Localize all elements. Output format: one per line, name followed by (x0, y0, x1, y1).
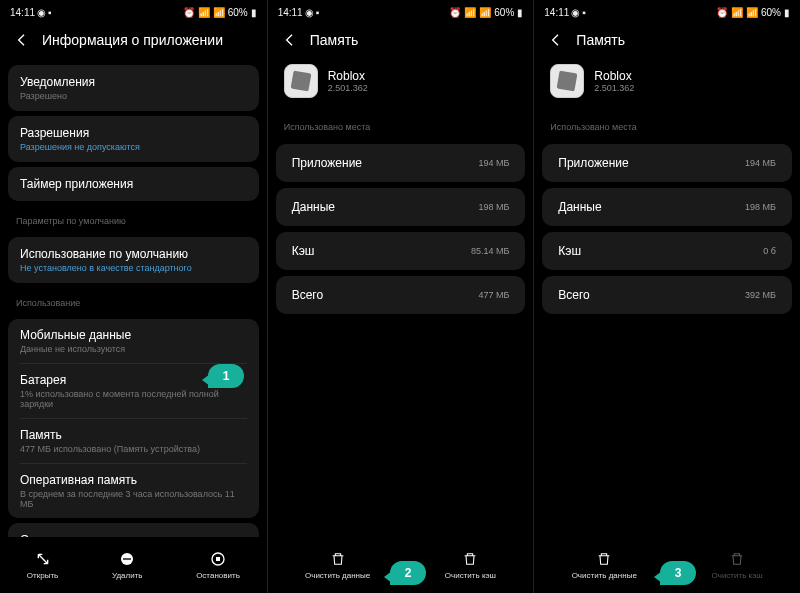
battery-text: 60% (494, 7, 514, 18)
battery-text: 60% (228, 7, 248, 18)
row-data-size: Данные 198 МБ (276, 188, 526, 226)
facebook-icon: ◉ (37, 7, 46, 18)
minus-circle-icon (119, 551, 135, 567)
label: Данные (558, 200, 601, 214)
value: 0 б (763, 246, 776, 256)
trash-data-icon (330, 551, 346, 567)
uninstall-button[interactable]: Удалить (112, 551, 143, 580)
clock: 14:11 (278, 7, 303, 18)
row-cache-size: Кэш 85.14 МБ (276, 232, 526, 270)
alarm-icon: ⏰ (449, 7, 461, 18)
sublabel: Разрешения не допускаются (20, 142, 247, 152)
app-version: 2.501.362 (328, 83, 368, 93)
trash-data-icon (596, 551, 612, 567)
label: Кэш (292, 244, 315, 258)
bottom-bar: Открыть Удалить Остановить (0, 537, 267, 593)
label: Очистить кэш (445, 571, 496, 580)
row-app-size: Приложение 194 МБ (542, 144, 792, 182)
app-header: Roblox 2.501.362 (268, 60, 534, 112)
label: Кэш (558, 244, 581, 258)
value: 477 МБ (478, 290, 509, 300)
label: Удалить (112, 571, 143, 580)
label: Приложение (292, 156, 362, 170)
clock: 14:11 (544, 7, 569, 18)
back-icon[interactable] (14, 32, 30, 48)
chat-icon: ▪ (582, 7, 586, 18)
clear-cache-button: Очистить кэш (712, 551, 763, 580)
usage-card: Мобильные данные Данные не используются … (8, 319, 259, 518)
facebook-icon: ◉ (571, 7, 580, 18)
row-cache-size: Кэш 0 б (542, 232, 792, 270)
app-icon (284, 64, 318, 98)
signal-icon: 📶 (213, 7, 225, 18)
signal-icon: 📶 (731, 7, 743, 18)
title-bar: Информация о приложении (0, 24, 267, 60)
row-permissions[interactable]: Разрешения Разрешения не допускаются (8, 116, 259, 162)
label: Разрешения (20, 126, 247, 140)
signal-icon: 📶 (479, 7, 491, 18)
trash-cache-icon (729, 551, 745, 567)
back-icon[interactable] (282, 32, 298, 48)
label: Всего (558, 288, 589, 302)
row-app-size: Приложение 194 МБ (276, 144, 526, 182)
label: Данные (292, 200, 335, 214)
row-default-use[interactable]: Использование по умолчанию Не установлен… (8, 237, 259, 283)
signal-icon: 📶 (746, 7, 758, 18)
facebook-icon: ◉ (305, 7, 314, 18)
status-bar: 14:11 ◉ ▪ ⏰ 📶 📶 60% ▮ (0, 0, 267, 24)
sublabel: Разрешено (20, 91, 247, 101)
sublabel: В среднем за последние 3 часа использова… (20, 489, 247, 509)
signal-icon: 📶 (198, 7, 210, 18)
app-name: Roblox (594, 69, 634, 83)
sublabel: Не установлено в качестве стандартного (20, 263, 247, 273)
title-bar: Память (534, 24, 800, 60)
alarm-icon: ⏰ (183, 7, 195, 18)
open-icon (35, 551, 51, 567)
label: Уведомления (20, 75, 247, 89)
chat-icon: ▪ (48, 7, 52, 18)
value: 194 МБ (745, 158, 776, 168)
label: Использование по умолчанию (20, 247, 247, 261)
settings-list[interactable]: Уведомления Разрешено Разрешения Разреше… (0, 60, 267, 560)
callout-marker-1: 1 (208, 364, 244, 388)
row-data-size: Данные 198 МБ (542, 188, 792, 226)
screen-storage-before: 14:11 ◉ ▪ ⏰ 📶 📶 60% ▮ Память Roblox 2.50… (267, 0, 534, 593)
label: Открыть (27, 571, 58, 580)
status-bar: 14:11 ◉ ▪ ⏰ 📶 📶 60% ▮ (268, 0, 534, 24)
sublabel: Данные не используются (20, 344, 247, 354)
back-icon[interactable] (548, 32, 564, 48)
label: Приложение (558, 156, 628, 170)
app-name: Roblox (328, 69, 368, 83)
value: 85.14 МБ (471, 246, 509, 256)
screen-app-info: 14:11 ◉ ▪ ⏰ 📶 📶 60% ▮ Информация о прило… (0, 0, 267, 593)
row-app-timer[interactable]: Таймер приложения (8, 167, 259, 201)
clock: 14:11 (10, 7, 35, 18)
stop-icon (210, 551, 226, 567)
row-mobile-data[interactable]: Мобильные данные Данные не используются (20, 319, 247, 363)
page-title: Память (310, 32, 359, 48)
battery-icon: ▮ (251, 7, 257, 18)
title-bar: Память (268, 24, 534, 60)
row-ram[interactable]: Оперативная память В среднем за последни… (20, 463, 247, 518)
row-total-size: Всего 477 МБ (276, 276, 526, 314)
open-button[interactable]: Открыть (27, 551, 58, 580)
signal-icon: 📶 (464, 7, 476, 18)
stop-button[interactable]: Остановить (196, 551, 240, 580)
page-title: Память (576, 32, 625, 48)
callout-marker-2: 2 (390, 561, 426, 585)
value: 194 МБ (478, 158, 509, 168)
row-total-size: Всего 392 МБ (542, 276, 792, 314)
page-title: Информация о приложении (42, 32, 223, 48)
trash-cache-icon (462, 551, 478, 567)
label: Память (20, 428, 247, 442)
svg-rect-3 (216, 557, 220, 561)
row-storage[interactable]: Память 477 МБ использовано (Память устро… (20, 418, 247, 463)
clear-cache-button[interactable]: Очистить кэш (445, 551, 496, 580)
clear-data-button[interactable]: Очистить данные (305, 551, 370, 580)
callout-marker-3: 3 (660, 561, 696, 585)
label: Очистить данные (305, 571, 370, 580)
clear-data-button[interactable]: Очистить данные (572, 551, 637, 580)
label: Остановить (196, 571, 240, 580)
svg-rect-1 (123, 558, 131, 559)
row-notifications[interactable]: Уведомления Разрешено (8, 65, 259, 111)
